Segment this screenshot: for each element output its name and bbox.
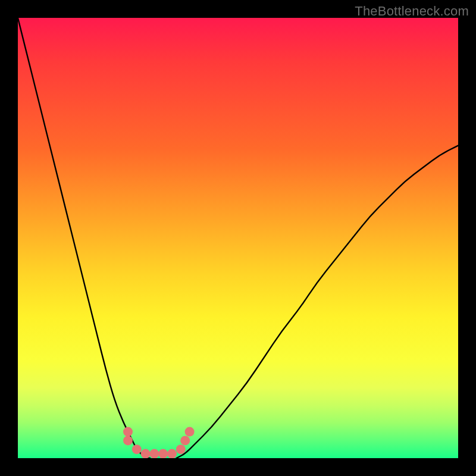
marker-dot	[149, 449, 159, 458]
marker-dot	[176, 444, 186, 454]
marker-dot	[123, 436, 133, 445]
chart-plot-area	[18, 18, 458, 458]
marker-dot	[167, 449, 177, 458]
marker-dot	[123, 427, 133, 437]
chart-frame: TheBottleneck.com	[0, 0, 476, 476]
watermark-text: TheBottleneck.com	[355, 4, 469, 19]
marker-dot	[141, 449, 151, 458]
right-curve	[176, 146, 458, 458]
marker-dot	[132, 444, 142, 454]
chart-svg	[18, 18, 458, 458]
left-curve	[18, 18, 150, 458]
curve-layer	[18, 18, 458, 458]
marker-dot	[158, 449, 168, 458]
marker-dot	[185, 427, 195, 437]
marker-dot	[180, 436, 190, 445]
